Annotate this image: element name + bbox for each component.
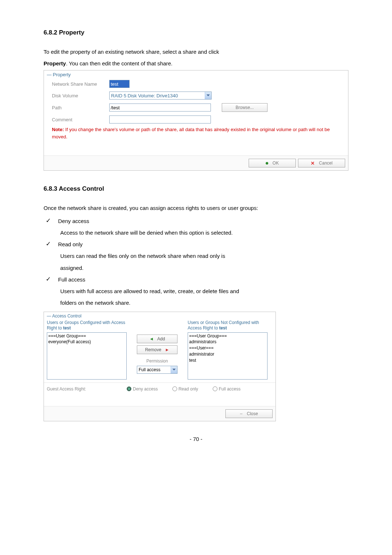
heading-property: 6.8.2 Property: [44, 29, 348, 36]
list-item[interactable]: administrators: [188, 339, 267, 345]
full-access-title: Full access: [58, 275, 348, 284]
ok-icon: [266, 162, 268, 165]
path-input[interactable]: [109, 104, 211, 112]
check-icon: ✓: [46, 216, 58, 226]
ok-button[interactable]: OK: [249, 159, 296, 167]
permission-value: Full access: [137, 367, 171, 372]
deny-access-desc: Access to the network share will be deni…: [46, 228, 348, 238]
label-network-share-name: Network Share Name: [52, 81, 109, 87]
intro-access: Once the network share is created, you c…: [44, 203, 348, 213]
label-disk-volume: Disk Volume: [52, 93, 109, 98]
svg-marker-0: [207, 94, 210, 96]
read-only-desc-1: Users can read the files only on the net…: [46, 251, 348, 261]
arrow-left-icon: ◄: [149, 336, 154, 341]
page-number: - 70 -: [44, 421, 348, 442]
radio-full-input[interactable]: [213, 386, 217, 391]
access-rights-list: ✓ Deny access Access to the network shar…: [46, 216, 348, 308]
not-configured-label: Users or Groups Not Configured with Acce…: [188, 320, 268, 332]
access-control-panel: — Access Control Users or Groups Configu…: [44, 312, 276, 421]
configured-label: Users or Groups Configured with Access R…: [47, 320, 127, 332]
browse-button-label: Browse...: [236, 105, 254, 110]
list-item[interactable]: ===User===: [188, 345, 267, 351]
permission-select[interactable]: Full access: [137, 366, 177, 374]
radio-read-input[interactable]: [172, 386, 177, 391]
intro-property-line2: Property. You can then edit the content …: [44, 59, 348, 68]
remove-button-label: Remove: [145, 347, 162, 352]
property-panel: — Property Network Share Name Disk Volum…: [44, 70, 348, 171]
check-icon: ✓: [46, 240, 58, 249]
radio-deny-input[interactable]: [127, 386, 131, 391]
add-button[interactable]: ◄ Add: [137, 335, 177, 343]
guest-access-row: Guest Access Right: Deny access Read onl…: [44, 382, 275, 395]
svg-marker-1: [172, 369, 176, 370]
comment-input[interactable]: [109, 116, 211, 123]
property-panel-title: — Property: [44, 70, 348, 78]
property-note-text: If you change the share's volume or path…: [52, 127, 330, 139]
full-access-desc-2: folders on the network share.: [46, 298, 348, 308]
list-item[interactable]: administrator: [188, 351, 267, 357]
cancel-button[interactable]: ✕ Cancel: [298, 159, 345, 167]
browse-button[interactable]: Browse...: [222, 103, 268, 112]
add-button-label: Add: [157, 336, 165, 341]
ok-button-label: OK: [273, 161, 279, 166]
read-only-title: Read only: [58, 240, 348, 249]
disk-volume-value: RAID 5 Disk Volume: Drive1340: [110, 93, 205, 98]
radio-full-access[interactable]: Full access: [213, 386, 241, 392]
radio-read-label: Read only: [179, 386, 198, 392]
deny-access-title: Deny access: [58, 216, 348, 226]
heading-access-control: 6.8.3 Access Control: [44, 185, 348, 193]
cancel-icon: ✕: [311, 161, 315, 166]
check-icon: ✓: [46, 275, 58, 284]
label-comment: Comment: [52, 117, 109, 122]
access-control-panel-title: — Access Control: [44, 312, 275, 320]
list-item[interactable]: ===User Group===: [188, 333, 267, 339]
intro-property-line1: To edit the property of an existing netw…: [44, 47, 348, 57]
not-configured-listbox[interactable]: ===User Group=== administrators ===User=…: [188, 332, 268, 380]
chevron-down-icon[interactable]: [171, 366, 177, 373]
label-path: Path: [52, 105, 109, 110]
list-item[interactable]: ===User Group===: [48, 333, 126, 339]
cancel-button-label: Cancel: [319, 161, 332, 166]
chevron-down-icon[interactable]: [205, 92, 211, 99]
property-note-bold: Note:: [52, 127, 64, 132]
permission-label: Permission: [146, 358, 168, 364]
list-item[interactable]: everyone(Full access): [48, 339, 126, 345]
close-icon: –: [240, 411, 242, 416]
remove-button[interactable]: Remove ►: [137, 345, 177, 354]
full-access-desc-1: Users with full access are allowed to re…: [46, 287, 348, 296]
intro-property-rest: . You can then edit the content of that …: [66, 60, 173, 66]
close-button-label: Close: [247, 411, 258, 416]
read-only-desc-2: assigned.: [46, 263, 348, 273]
radio-deny-access[interactable]: Deny access: [127, 386, 158, 392]
intro-property-bold: Property: [44, 60, 66, 66]
disk-volume-select[interactable]: RAID 5 Disk Volume: Drive1340: [109, 92, 212, 100]
list-item[interactable]: test: [188, 357, 267, 364]
guest-access-label: Guest Access Right:: [47, 386, 112, 392]
property-note: Note: If you change the share's volume o…: [44, 125, 348, 141]
radio-full-label: Full access: [219, 386, 241, 392]
arrow-right-icon: ►: [165, 347, 169, 352]
radio-read-only[interactable]: Read only: [172, 386, 198, 392]
configured-listbox[interactable]: ===User Group=== everyone(Full access): [47, 332, 127, 380]
radio-deny-label: Deny access: [133, 386, 158, 392]
close-button[interactable]: – Close: [225, 409, 273, 418]
network-share-name-input[interactable]: [109, 80, 130, 88]
